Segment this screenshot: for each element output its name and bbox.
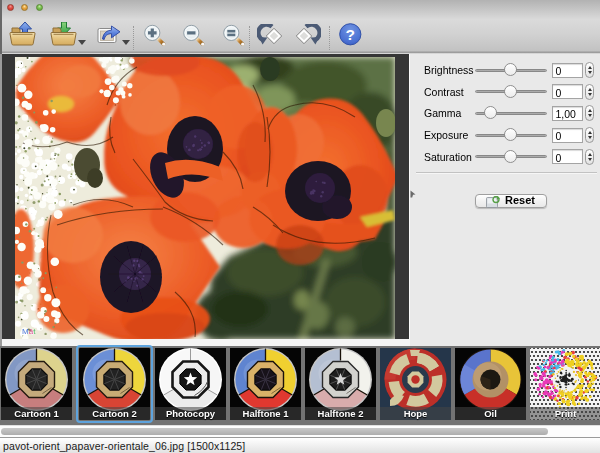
svg-text:Māt: Māt bbox=[22, 327, 36, 336]
svg-text:?: ? bbox=[346, 25, 355, 42]
